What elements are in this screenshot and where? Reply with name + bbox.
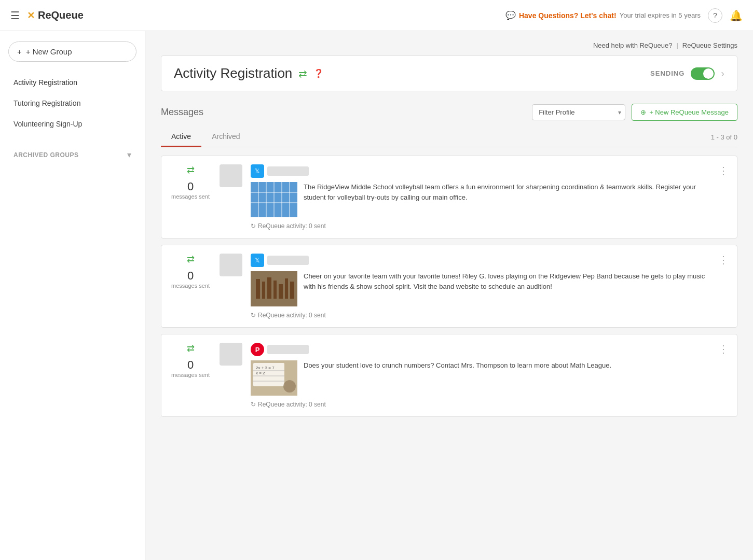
svg-text:2x + 3 = 7: 2x + 3 = 7 bbox=[256, 366, 275, 370]
msg-image-band-2 bbox=[251, 271, 297, 306]
nav-right: 💬 Have Questions? Let's chat! Your trial… bbox=[505, 8, 743, 23]
help-nav-icon[interactable]: ? bbox=[708, 8, 722, 23]
msg-left-2: ⇄ 0 messages sent bbox=[170, 254, 211, 289]
pinterest-badge-3: P bbox=[251, 343, 264, 356]
msg-image-volleyball-1 bbox=[251, 182, 297, 217]
svg-rect-11 bbox=[267, 277, 271, 299]
msg-text-2: Cheer on your favorite team with your fa… bbox=[304, 271, 710, 291]
msg-activity-text-3: ReQueue activity: 0 sent bbox=[258, 401, 326, 408]
tab-active[interactable]: Active bbox=[161, 127, 201, 147]
archived-groups-section[interactable]: ARCHIVED GROUPS ▾ bbox=[8, 145, 136, 165]
sidebar: + + New Group Activity Registration Tuto… bbox=[0, 31, 145, 560]
msg-platform-row-2: 𝕏 bbox=[251, 254, 710, 267]
hamburger-icon[interactable]: ☰ bbox=[10, 9, 20, 22]
message-card: ⇄ 0 messages sent 𝕏 bbox=[161, 156, 737, 239]
tab-active-label: Active bbox=[171, 132, 191, 141]
msg-activity-text-1: ReQueue activity: 0 sent bbox=[258, 222, 326, 230]
sidebar-item-activity-registration[interactable]: Activity Registration bbox=[8, 72, 136, 93]
pagination-text: 1 - 3 of 0 bbox=[711, 133, 737, 141]
svg-rect-15 bbox=[290, 282, 294, 299]
svg-rect-9 bbox=[256, 279, 260, 299]
group-title-area: Activity Registration ⇄ ❓ bbox=[174, 65, 324, 81]
new-group-label: + New Group bbox=[26, 47, 72, 56]
top-nav: ☰ ✕ ReQueue 💬 Have Questions? Let's chat… bbox=[0, 0, 753, 31]
msg-activity-2: ↻ ReQueue activity: 0 sent bbox=[251, 312, 710, 319]
toggle-thumb bbox=[703, 68, 714, 79]
msg-avatar-1 bbox=[220, 164, 242, 187]
twitter-badge-1: 𝕏 bbox=[251, 164, 264, 178]
new-message-button[interactable]: ⊕ + New ReQueue Message bbox=[632, 104, 737, 121]
msg-sent-label-1: messages sent bbox=[171, 193, 210, 200]
msg-count-3: 0 bbox=[187, 358, 194, 372]
msg-image-text-2: Cheer on your favorite team with your fa… bbox=[251, 271, 710, 306]
msg-menu-1[interactable]: ⋮ bbox=[718, 164, 729, 177]
group-header: Activity Registration ⇄ ❓ SENDING › bbox=[161, 55, 737, 91]
msg-left-3: ⇄ 0 messages sent bbox=[170, 343, 211, 378]
tab-archived[interactable]: Archived bbox=[201, 127, 250, 147]
twitter-badge-2: 𝕏 bbox=[251, 254, 264, 267]
msg-menu-2[interactable]: ⋮ bbox=[718, 254, 729, 266]
svg-point-23 bbox=[283, 380, 296, 393]
twitter-icon-1: 𝕏 bbox=[255, 167, 260, 175]
requeue-icon-3: ↻ bbox=[251, 401, 256, 408]
toggle-track bbox=[691, 67, 715, 80]
volleyball-svg bbox=[251, 182, 297, 217]
msg-image-math-3: 2x + 3 = 7 x = 2 bbox=[251, 360, 297, 396]
tabs: Active Archived bbox=[161, 127, 251, 147]
msg-activity-3: ↻ ReQueue activity: 0 sent bbox=[251, 401, 710, 408]
filter-profile-select[interactable]: Filter Profile bbox=[532, 104, 625, 120]
msg-menu-3[interactable]: ⋮ bbox=[718, 343, 729, 355]
chevron-down-icon: ▾ bbox=[127, 150, 131, 160]
shuffle-icon-3: ⇄ bbox=[187, 343, 195, 354]
msg-count-1: 0 bbox=[187, 180, 194, 193]
sidebar-item-volunteering-signup[interactable]: Volunteering Sign-Up bbox=[8, 114, 136, 134]
svg-rect-12 bbox=[273, 281, 277, 299]
requeue-icon-2: ↻ bbox=[251, 312, 256, 319]
settings-link[interactable]: ReQueue Settings bbox=[682, 41, 737, 49]
msg-text-3: Does your student love to crunch numbers… bbox=[304, 360, 611, 371]
group-title: Activity Registration bbox=[174, 65, 292, 81]
chat-bubble-icon: 💬 bbox=[505, 10, 516, 20]
sidebar-item-tutoring-registration[interactable]: Tutoring Registration bbox=[8, 93, 136, 114]
platform-name-bar-1 bbox=[267, 166, 309, 176]
shuffle-icon-2: ⇄ bbox=[187, 254, 195, 265]
messages-section: Messages Filter Profile ▾ ⊕ + New ReQueu… bbox=[161, 104, 737, 417]
chat-link-text[interactable]: Have Questions? Let's chat! bbox=[519, 11, 617, 20]
main-content: Need help with ReQueue? | ReQueue Settin… bbox=[145, 31, 753, 560]
tabs-row: Active Archived 1 - 3 of 0 bbox=[161, 127, 737, 147]
top-bar: Need help with ReQueue? | ReQueue Settin… bbox=[161, 41, 737, 49]
group-actions: SENDING › bbox=[650, 67, 724, 80]
sidebar-item-label: Volunteering Sign-Up bbox=[13, 120, 82, 128]
logo: ✕ ReQueue bbox=[27, 9, 84, 21]
msg-platform-row-1: 𝕏 bbox=[251, 164, 710, 178]
svg-text:x = 2: x = 2 bbox=[256, 371, 265, 375]
messages-header: Messages Filter Profile ▾ ⊕ + New ReQueu… bbox=[161, 104, 737, 121]
svg-rect-10 bbox=[262, 282, 265, 299]
math-svg: 2x + 3 = 7 x = 2 bbox=[251, 360, 297, 396]
new-group-button[interactable]: + + New Group bbox=[8, 41, 136, 62]
msg-image-text-1: The RidgeView Middle School volleyball t… bbox=[251, 182, 710, 217]
svg-rect-14 bbox=[285, 278, 288, 299]
trial-text: Your trial expires in 5 years bbox=[620, 11, 701, 19]
group-help-icon[interactable]: ❓ bbox=[313, 68, 324, 78]
group-chevron-right[interactable]: › bbox=[721, 67, 724, 79]
msg-left-1: ⇄ 0 messages sent bbox=[170, 164, 211, 200]
msg-platform-row-3: P bbox=[251, 343, 710, 356]
plus-msg-icon: ⊕ bbox=[640, 108, 646, 116]
msg-sent-label-3: messages sent bbox=[171, 372, 210, 378]
platform-name-bar-2 bbox=[267, 256, 309, 265]
msg-body-1: 𝕏 bbox=[251, 164, 710, 230]
bell-icon[interactable]: 🔔 bbox=[730, 9, 743, 22]
messages-title: Messages bbox=[161, 107, 203, 118]
sending-toggle[interactable] bbox=[691, 67, 715, 80]
archived-label: ARCHIVED GROUPS bbox=[13, 151, 79, 159]
sidebar-item-label: Activity Registration bbox=[13, 78, 77, 87]
svg-rect-13 bbox=[279, 284, 283, 299]
shuffle-group-icon: ⇄ bbox=[298, 67, 307, 80]
help-link[interactable]: Need help with ReQueue? bbox=[593, 41, 673, 49]
app-name: ReQueue bbox=[38, 9, 84, 21]
msg-avatar-3 bbox=[220, 343, 242, 366]
msg-avatar-2 bbox=[220, 254, 242, 276]
twitter-icon-2: 𝕏 bbox=[255, 257, 260, 264]
message-card-2: ⇄ 0 messages sent 𝕏 bbox=[161, 245, 737, 328]
